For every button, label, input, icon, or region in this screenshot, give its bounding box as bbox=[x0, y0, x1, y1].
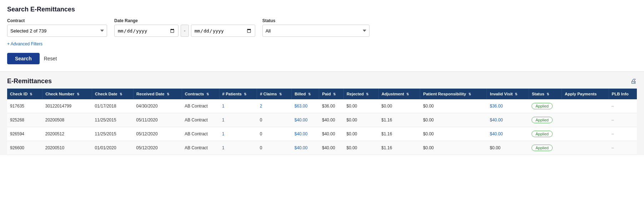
cell-received-date: 05/11/2020 bbox=[134, 113, 182, 127]
cell-check-number: 20200510 bbox=[42, 141, 92, 155]
col-num-claims[interactable]: # Claims ⇅ bbox=[257, 89, 292, 99]
cell-invalid-visit: $40.00 bbox=[487, 127, 529, 141]
date-from-input[interactable] bbox=[114, 25, 178, 37]
cell-invalid-visit: $0.00 bbox=[487, 141, 529, 155]
filter-row: Contract Selected 2 of 739 Date Range - … bbox=[7, 18, 637, 37]
cell-contracts: AB Contract bbox=[182, 141, 219, 155]
cell-num-patients: 1 bbox=[219, 113, 257, 127]
invalid-visit-link[interactable]: $40.00 bbox=[490, 118, 503, 122]
cell-rejected: $0.00 bbox=[344, 141, 379, 155]
table-row: 926594 20200512 11/25/2015 05/12/2020 AB… bbox=[7, 127, 637, 141]
cell-apply-payments bbox=[562, 99, 609, 113]
cell-plb-info: – bbox=[609, 99, 637, 113]
col-num-patients[interactable]: # Patients ⇅ bbox=[219, 89, 257, 99]
cell-rejected: $0.00 bbox=[344, 99, 379, 113]
col-paid[interactable]: Paid ⇅ bbox=[319, 89, 344, 99]
cell-patient-responsibility: $0.00 bbox=[420, 127, 487, 141]
col-check-id[interactable]: Check ID ⇅ bbox=[7, 89, 42, 99]
cell-num-patients: 1 bbox=[219, 127, 257, 141]
cell-invalid-visit: $40.00 bbox=[487, 113, 529, 127]
cell-num-patients: 1 bbox=[219, 141, 257, 155]
cell-plb-info: – bbox=[609, 113, 637, 127]
col-adjustment[interactable]: Adjustment ⇅ bbox=[378, 89, 420, 99]
cell-received-date: 05/12/2020 bbox=[134, 127, 182, 141]
patients-link[interactable]: 1 bbox=[222, 118, 225, 122]
status-badge: Applied bbox=[532, 103, 553, 109]
cell-status: Applied bbox=[529, 141, 562, 155]
contract-label: Contract bbox=[7, 18, 107, 23]
cell-num-claims: 0 bbox=[257, 113, 292, 127]
status-badge: Applied bbox=[532, 131, 553, 137]
cell-patient-responsibility: $0.00 bbox=[420, 141, 487, 155]
cell-invalid-visit: $36.00 bbox=[487, 99, 529, 113]
date-to-input[interactable] bbox=[191, 25, 255, 37]
cell-rejected: $0.00 bbox=[344, 127, 379, 141]
contract-select[interactable]: Selected 2 of 739 bbox=[7, 25, 107, 37]
col-invalid-visit[interactable]: Invalid Visit ⇅ bbox=[487, 89, 529, 99]
table-row: 926600 20200510 01/01/2020 05/12/2020 AB… bbox=[7, 141, 637, 155]
cell-apply-payments bbox=[562, 127, 609, 141]
search-section: Search E-Remittances Contract Selected 2… bbox=[0, 0, 644, 72]
col-status[interactable]: Status ⇅ bbox=[529, 89, 562, 99]
cell-num-claims: 0 bbox=[257, 141, 292, 155]
patients-link[interactable]: 1 bbox=[222, 131, 225, 136]
date-range-group: Date Range - bbox=[114, 18, 255, 37]
table-title: E-Remittances bbox=[7, 78, 52, 85]
advanced-filters-link[interactable]: + Advanced Filters bbox=[7, 41, 42, 46]
date-separator: - bbox=[181, 25, 189, 37]
table-body: 917635 30122014799 01/17/2018 04/30/2020… bbox=[7, 99, 637, 155]
cell-paid: $36.00 bbox=[319, 99, 344, 113]
remittances-table: Check ID ⇅ Check Number ⇅ Check Date ⇅ R… bbox=[7, 89, 637, 155]
patients-link[interactable]: 1 bbox=[222, 145, 225, 150]
status-select[interactable]: AllAppliedUnapplied bbox=[262, 25, 369, 37]
billed-link[interactable]: $40.00 bbox=[295, 131, 308, 136]
cell-plb-info: – bbox=[609, 141, 637, 155]
cell-num-claims: 2 bbox=[257, 99, 292, 113]
cell-check-id: 925268 bbox=[7, 113, 42, 127]
col-patient-responsibility[interactable]: Patient Responsibility ⇅ bbox=[420, 89, 487, 99]
status-badge: Applied bbox=[532, 145, 553, 151]
status-label: Status bbox=[262, 18, 369, 23]
cell-billed: $40.00 bbox=[292, 127, 319, 141]
billed-link[interactable]: $63.00 bbox=[295, 104, 308, 109]
invalid-visit-link[interactable]: $40.00 bbox=[490, 131, 503, 136]
invalid-visit-link[interactable]: $36.00 bbox=[490, 104, 503, 109]
print-icon[interactable]: 🖨 bbox=[630, 78, 637, 85]
col-check-date[interactable]: Check Date ⇅ bbox=[92, 89, 134, 99]
cell-check-number: 20200512 bbox=[42, 127, 92, 141]
cell-received-date: 05/12/2020 bbox=[134, 141, 182, 155]
cell-num-claims: 0 bbox=[257, 127, 292, 141]
date-inputs: - bbox=[114, 25, 255, 37]
reset-button[interactable]: Reset bbox=[44, 56, 57, 61]
cell-check-number: 20200508 bbox=[42, 113, 92, 127]
table-header-row: E-Remittances 🖨 bbox=[7, 78, 637, 85]
cell-adjustment: $1.16 bbox=[378, 113, 420, 127]
cell-contracts: AB Contract bbox=[182, 113, 219, 127]
cell-check-number: 30122014799 bbox=[42, 99, 92, 113]
cell-status: Applied bbox=[529, 127, 562, 141]
cell-patient-responsibility: $0.00 bbox=[420, 99, 487, 113]
claims-link[interactable]: 2 bbox=[260, 104, 262, 109]
billed-link[interactable]: $40.00 bbox=[295, 145, 308, 150]
col-billed[interactable]: Billed ⇅ bbox=[292, 89, 319, 99]
cell-check-date: 01/17/2018 bbox=[92, 99, 134, 113]
cell-billed: $63.00 bbox=[292, 99, 319, 113]
cell-adjustment: $1.16 bbox=[378, 141, 420, 155]
cell-paid: $40.00 bbox=[319, 127, 344, 141]
col-check-number[interactable]: Check Number ⇅ bbox=[42, 89, 92, 99]
contract-group: Contract Selected 2 of 739 bbox=[7, 18, 107, 37]
billed-link[interactable]: $40.00 bbox=[295, 118, 308, 122]
search-button[interactable]: Search bbox=[7, 53, 40, 64]
cell-apply-payments bbox=[562, 141, 609, 155]
cell-contracts: AB Contract bbox=[182, 99, 219, 113]
cell-billed: $40.00 bbox=[292, 113, 319, 127]
search-title: Search E-Remittances bbox=[7, 6, 637, 13]
table-row: 917635 30122014799 01/17/2018 04/30/2020… bbox=[7, 99, 637, 113]
col-rejected[interactable]: Rejected ⇅ bbox=[344, 89, 379, 99]
col-contracts[interactable]: Contracts ⇅ bbox=[182, 89, 219, 99]
col-received-date[interactable]: Received Date ⇅ bbox=[134, 89, 182, 99]
table-section: E-Remittances 🖨 Check ID ⇅ Check Number … bbox=[0, 72, 644, 155]
cell-rejected: $0.00 bbox=[344, 113, 379, 127]
patients-link[interactable]: 1 bbox=[222, 104, 225, 109]
cell-check-date: 11/25/2015 bbox=[92, 113, 134, 127]
